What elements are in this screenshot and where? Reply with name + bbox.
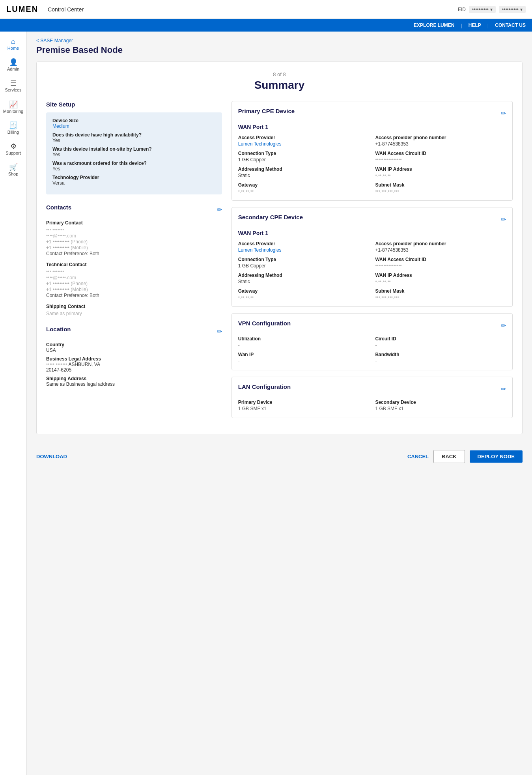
help-link[interactable]: HELP (469, 22, 481, 28)
secondary-access-provider: Access Provider Lumen Technologies (238, 241, 369, 253)
eid-label: EID (458, 7, 466, 12)
business-address-label: Business Legal Address (46, 356, 222, 362)
location-header: Location ✏ (46, 326, 222, 337)
primary-cpe-header: Primary CPE Device ✏ (238, 108, 506, 119)
summary-card: 8 of 8 Summary Site Setup Device Size Me… (36, 62, 523, 434)
contacts-header: Contacts ✏ (46, 204, 222, 215)
home-icon: ⌂ (11, 38, 15, 45)
sidebar-item-support[interactable]: ⚙ Support (0, 140, 26, 159)
country-value: USA (46, 347, 222, 353)
top-nav-right: EID •••••••••• ▾ •••••••••• ▾ (458, 6, 526, 13)
device-size-label: Device Size (52, 118, 216, 123)
left-section: Site Setup Device Size Medium Does this … (46, 101, 222, 424)
logo: LUMEN (6, 5, 38, 14)
sidebar-item-services[interactable]: ☰ Services (0, 77, 26, 96)
explore-lumen-link[interactable]: EXPLORE LUMEN (414, 22, 454, 28)
secondary-cpe-title: Secondary CPE Device (238, 214, 303, 220)
primary-connection-type: Connection Type 1 GB Copper (238, 151, 369, 162)
rackmount-label: Was a rackmount ordered for this device? (52, 161, 216, 166)
vpn-circuit-id: Circuit ID - (375, 336, 506, 348)
right-section: Primary CPE Device ✏ WAN Port 1 Access P… (231, 101, 513, 424)
page-title: Premise Based Node (36, 45, 523, 55)
primary-contact-phone: +1 •••••••••• (Phone) (46, 239, 222, 245)
shipping-address-row: Shipping Address Same as Business legal … (46, 376, 222, 387)
primary-gateway: Gateway •.••.••.•• (238, 182, 369, 194)
secondary-subnet: Subnet Mask •••.•••.•••.••• (375, 288, 506, 300)
secondary-wan-title: WAN Port 1 (238, 230, 506, 236)
lan-config-grid: Primary Device 1 GB SMF x1 Secondary Dev… (238, 400, 506, 411)
app-title: Control Center (48, 6, 84, 13)
tech-provider-value: Versa (52, 180, 216, 186)
site-setup-box: Device Size Medium Does this device have… (46, 112, 222, 194)
user-value[interactable]: •••••••••• ▾ (499, 6, 526, 13)
primary-cpe-edit-icon[interactable]: ✏ (501, 110, 506, 117)
business-address-value: ••••• ••••••• ASHBURN, VA (46, 362, 222, 367)
zip-value: 20147-6205 (46, 367, 222, 373)
download-button[interactable]: DOWNLOAD (36, 454, 67, 459)
primary-contact-block: Primary Contact ••• ••••••• ••••@•••••.c… (46, 220, 222, 256)
sidebar-item-billing[interactable]: 🧾 Billing (0, 119, 26, 138)
vpn-edit-icon[interactable]: ✏ (501, 322, 506, 329)
shipping-contact-value: Same as primary (46, 311, 222, 316)
primary-wan-ip: WAN IP Address •.••.••.•• (375, 166, 506, 178)
lan-edit-icon[interactable]: ✏ (501, 385, 506, 393)
deploy-node-button[interactable]: DEPLOY NODE (470, 450, 523, 463)
sidebar-shop-label: Shop (8, 172, 19, 177)
primary-contact-name: ••• ••••••• (46, 227, 222, 233)
sidebar-billing-label: Billing (7, 130, 19, 135)
secondary-cpe-edit-icon[interactable]: ✏ (501, 216, 506, 223)
breadcrumb[interactable]: SASE Manager (36, 38, 523, 43)
sidebar: ⌂ Home 👤 Admin ☰ Services 📈 Monitoring 🧾… (0, 32, 27, 775)
card-columns: Site Setup Device Size Medium Does this … (46, 101, 513, 424)
footer-right-buttons: CANCEL BACK DEPLOY NODE (407, 450, 523, 463)
technical-contact-name: ••• ••••••• (46, 269, 222, 275)
contact-us-link[interactable]: CONTACT US (495, 22, 526, 28)
sidebar-item-monitoring[interactable]: 📈 Monitoring (0, 98, 26, 117)
services-icon: ☰ (10, 80, 17, 87)
sidebar-support-label: Support (6, 151, 21, 156)
primary-access-phone: Access provider phone number +1-87745383… (375, 135, 506, 147)
sidebar-item-admin[interactable]: 👤 Admin (0, 56, 26, 75)
on-site-value: Yes (52, 152, 216, 157)
primary-contact-label: Primary Contact (46, 220, 222, 226)
vpn-config-grid: Utilization - Circuit ID - Wan IP - (238, 336, 506, 364)
secondary-cpe-card: Secondary CPE Device ✏ WAN Port 1 Access… (231, 207, 513, 307)
contacts-edit-icon[interactable]: ✏ (217, 206, 222, 213)
lan-config-card: LAN Configuration ✏ Primary Device 1 GB … (231, 377, 513, 418)
technical-contact-email: ••••@•••••.com (46, 275, 222, 280)
vpn-config-card: VPN Configuration ✏ Utilization - Circui… (231, 313, 513, 370)
sidebar-home-label: Home (7, 46, 19, 51)
country-row: Country USA (46, 342, 222, 353)
lan-config-title: LAN Configuration (238, 383, 291, 390)
tech-provider-row: Technology Provider Versa (52, 175, 216, 186)
country-label: Country (46, 342, 222, 347)
main-content: SASE Manager Premise Based Node 8 of 8 S… (27, 32, 532, 775)
high-avail-row: Does this device have high availability?… (52, 132, 216, 143)
business-address-row: Business Legal Address ••••• ••••••• ASH… (46, 356, 222, 373)
support-icon: ⚙ (10, 143, 17, 150)
back-button[interactable]: BACK (433, 450, 465, 463)
primary-addressing: Addressing Method Static (238, 166, 369, 178)
admin-icon: 👤 (9, 59, 18, 66)
sidebar-item-home[interactable]: ⌂ Home (0, 35, 26, 54)
summary-title: Summary (46, 79, 513, 92)
sidebar-item-shop[interactable]: 🛒 Shop (0, 161, 26, 180)
cancel-button[interactable]: CANCEL (407, 454, 429, 459)
sidebar-admin-label: Admin (7, 67, 19, 72)
technical-contact-pref: Contact Preference: Both (46, 293, 222, 298)
location-title: Location (46, 326, 71, 332)
city-state-value: ASHBURN, VA (68, 362, 100, 367)
contacts-title: Contacts (46, 204, 71, 211)
lan-secondary-device: Secondary Device 1 GB SMF x1 (375, 400, 506, 411)
eid-value[interactable]: •••••••••• ▾ (469, 6, 496, 13)
location-edit-icon[interactable]: ✏ (217, 328, 222, 335)
technical-contact-phone: +1 •••••••••• (Phone) (46, 281, 222, 286)
contacts-section: Contacts ✏ Primary Contact ••• ••••••• •… (46, 204, 222, 316)
technical-contact-block: Technical Contact ••• ••••••• ••••@•••••… (46, 262, 222, 298)
primary-cpe-title: Primary CPE Device (238, 108, 295, 114)
high-avail-label: Does this device have high availability? (52, 132, 216, 138)
vpn-wan-ip: Wan IP - (238, 352, 369, 364)
sidebar-services-label: Services (5, 88, 21, 93)
secondary-gateway: Gateway •.••.••.•• (238, 288, 369, 300)
lan-primary-device: Primary Device 1 GB SMF x1 (238, 400, 369, 411)
